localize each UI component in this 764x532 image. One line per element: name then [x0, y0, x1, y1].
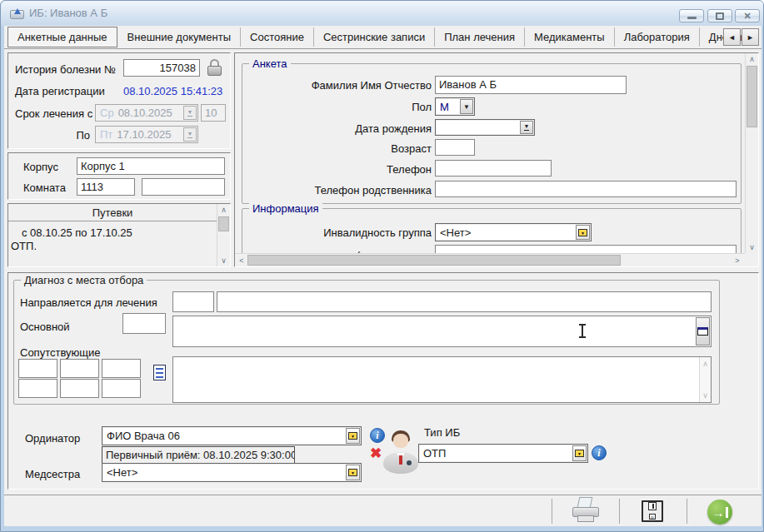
main-diagnosis-label: Основной — [20, 321, 70, 333]
scrollbar-thumb[interactable] — [218, 216, 229, 231]
tab-sostoyanie[interactable]: Состояние — [241, 27, 314, 47]
doctor-avatar — [383, 430, 418, 474]
minimize-button[interactable] — [679, 9, 704, 22]
text-cursor — [582, 325, 583, 337]
concomitant-text-area[interactable]: ∧ ∨ — [172, 356, 712, 403]
maximize-button[interactable] — [707, 9, 732, 22]
treatment-from-label: Срок лечения с — [15, 107, 92, 120]
concomitant-code-cell[interactable] — [18, 379, 57, 398]
referral-text-field[interactable] — [217, 291, 712, 312]
relative-phone-field[interactable] — [435, 181, 737, 197]
tab-vneshnie-dokumenty[interactable]: Внешние документы — [118, 27, 241, 47]
exit-arrow-icon: → — [712, 506, 725, 519]
nurse-combo[interactable]: <Нет> ▼ — [102, 463, 362, 482]
nurse-dropdown-button[interactable]: ▼ — [346, 465, 360, 480]
scroll-up-icon[interactable]: ∧ — [700, 360, 711, 368]
registration-date-label: Дата регистрации — [15, 85, 105, 97]
treatment-days-field[interactable]: 10 — [201, 104, 226, 122]
scrollbar-thumb[interactable] — [247, 255, 621, 266]
toolbar-separator — [552, 499, 552, 524]
close-button[interactable]: ✕ — [735, 9, 760, 22]
scroll-up-icon[interactable]: ∧ — [746, 55, 758, 63]
concomitant-code-cell[interactable] — [60, 379, 99, 398]
treatment-to-dropdown-button[interactable]: ▼ — [183, 127, 197, 142]
dropdown-icon: ▼ — [348, 469, 357, 476]
remove-visit-icon[interactable]: ✖ — [370, 445, 382, 462]
ordinator-label: Ординатор — [25, 432, 80, 445]
nurse-label: Медсестра — [25, 468, 80, 480]
concomitant-code-cell[interactable] — [102, 359, 141, 378]
vouchers-scrollbar[interactable]: ∧ ∨ — [217, 204, 230, 266]
concomitant-code-cell[interactable] — [60, 359, 99, 378]
record-type-combo[interactable]: ОТП ▼ — [418, 444, 588, 463]
main-diagnosis-code-field[interactable] — [122, 313, 166, 334]
main-diagnosis-picker-button[interactable] — [696, 317, 710, 346]
history-number-field[interactable]: 157038 — [123, 59, 200, 77]
history-number-label: История болезни № — [15, 63, 116, 76]
document-icon[interactable] — [153, 365, 166, 380]
scroll-down-icon[interactable]: ∨ — [700, 391, 711, 400]
treatment-from-dropdown-button[interactable]: ▼ — [183, 106, 197, 120]
room-field-2[interactable] — [142, 178, 225, 196]
tab-medikamenty[interactable]: Медикаменты — [525, 27, 615, 47]
room-field[interactable]: 1113 — [77, 178, 135, 196]
gender-combo[interactable]: М ▼ — [435, 97, 475, 116]
birthdate-dropdown-button[interactable]: ▼ — [520, 121, 533, 134]
voucher-line-2: ОТП. — [11, 240, 37, 252]
concomitant-label: Сопутствующие — [20, 346, 100, 359]
title-bar[interactable]: ИБ: Иванов А Б ✕ — [1, 1, 764, 26]
record-type-dropdown-button[interactable]: ▼ — [572, 445, 587, 461]
scroll-left-icon[interactable]: < — [237, 256, 246, 265]
age-label: Возраст — [235, 142, 432, 155]
disability-combo[interactable]: <Нет> ▼ — [435, 223, 592, 241]
diagnosis-group-title: Диагноз с места отбора — [21, 274, 147, 286]
lock-icon — [207, 59, 222, 76]
record-type-label: Тип ИБ — [424, 426, 460, 439]
exit-button[interactable]: → — [707, 500, 732, 525]
concomitant-scrollbar[interactable]: ∧ ∨ — [699, 357, 711, 402]
dropdown-icon: ▼ — [578, 229, 587, 236]
concomitant-code-cell[interactable] — [102, 379, 141, 398]
tab-sestrinskie-zapisi[interactable]: Сестринские записи — [314, 27, 435, 47]
treatment-from-date-combo[interactable]: Ср 08.10.2025 ▼ — [95, 104, 198, 122]
scroll-down-icon[interactable]: ∨ — [217, 256, 230, 265]
main-diagnosis-text-field[interactable] — [172, 316, 712, 347]
concomitant-code-cell[interactable] — [18, 359, 57, 378]
fio-label: Фамилия Имя Отчество — [235, 79, 432, 92]
building-field[interactable]: Корпус 1 — [77, 157, 225, 175]
age-field[interactable] — [435, 139, 475, 156]
dropdown-icon: ▼ — [524, 124, 530, 131]
print-button[interactable] — [571, 497, 602, 525]
anketa-horizontal-scrollbar[interactable]: < > — [235, 253, 745, 266]
tab-scroll-right-button[interactable]: ► — [742, 28, 759, 46]
referral-code-field[interactable] — [172, 291, 214, 312]
save-button[interactable]: о — [642, 500, 663, 522]
gender-dropdown-button[interactable]: ▼ — [460, 99, 473, 114]
info-group-title: Информация — [249, 202, 322, 215]
tab-anketnye-dannye[interactable]: Анкетные данные — [7, 27, 117, 47]
scrollbar-thumb[interactable] — [747, 66, 757, 127]
treatment-to-date-combo[interactable]: Пт 17.10.2025 ▼ — [95, 126, 198, 143]
record-type-info-icon[interactable]: i — [592, 445, 607, 460]
dropdown-icon: ▼ — [348, 432, 357, 440]
scroll-right-icon[interactable]: > — [733, 256, 742, 265]
birthdate-combo[interactable]: ▼ — [435, 119, 535, 136]
tab-plan-lecheniya[interactable]: План лечения — [435, 27, 525, 47]
ordinator-combo[interactable]: ФИО Врача 06 ▼ — [102, 426, 362, 445]
gender-label: Пол — [235, 101, 432, 113]
toolbar-divider — [4, 495, 762, 495]
tab-scroll-left-button[interactable]: ◄ — [723, 28, 741, 46]
voucher-line-1: с 08.10.25 по 17.10.25 — [22, 226, 132, 239]
fio-field[interactable]: Иванов А Б — [435, 76, 627, 94]
phone-field[interactable] — [435, 160, 552, 177]
record-type-value: ОТП — [419, 447, 572, 460]
ordinator-dropdown-button[interactable]: ▼ — [346, 428, 360, 444]
arrow-right-icon: ► — [747, 33, 754, 42]
building-label: Корпус — [23, 161, 58, 173]
phone-label: Телефон — [235, 163, 432, 176]
scroll-down-icon[interactable]: ∨ — [746, 243, 758, 251]
scroll-up-icon[interactable]: ∧ — [217, 206, 230, 214]
anketa-vertical-scrollbar[interactable]: ∧ ∨ — [745, 53, 758, 253]
tab-laboratoriya[interactable]: Лаборатория — [615, 27, 700, 47]
disability-dropdown-button[interactable]: ▼ — [576, 225, 590, 240]
